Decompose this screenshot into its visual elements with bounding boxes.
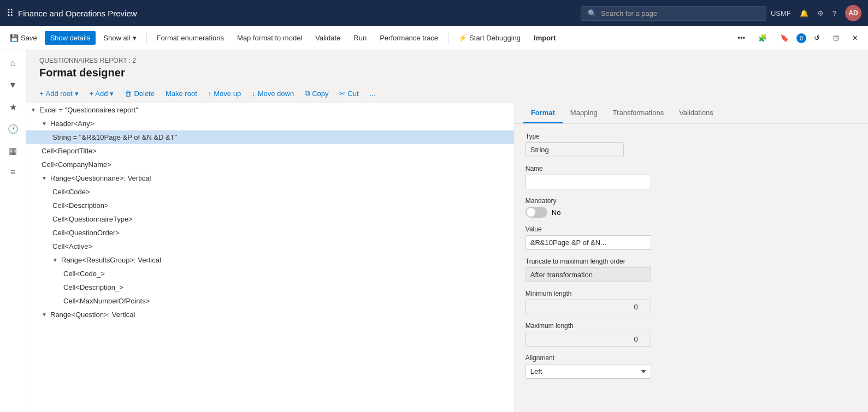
tree-item-label: Cell<Code>: [52, 188, 90, 196]
make-root-button[interactable]: Make root: [161, 87, 202, 100]
format-enumerations-button[interactable]: Format enumerations: [151, 31, 230, 45]
tree-item[interactable]: Cell<Code>: [26, 185, 514, 199]
copy-button[interactable]: ⧉ Copy: [300, 87, 333, 100]
tree-item-label: Range<Question>: Vertical: [50, 311, 135, 319]
min-length-input[interactable]: [525, 300, 651, 314]
action-bar: 💾 Save Show details Show all ▾ Format en…: [0, 26, 868, 50]
start-debugging-button[interactable]: ⚡ Start Debugging: [453, 31, 526, 45]
save-button[interactable]: 💾 Save: [4, 31, 43, 45]
mandatory-label: Mandatory: [525, 197, 857, 205]
max-length-input[interactable]: [525, 332, 651, 347]
collapse-icon[interactable]: ▼: [42, 121, 48, 127]
tree-item[interactable]: Cell<Active>: [26, 240, 514, 253]
search-input[interactable]: [601, 9, 759, 17]
tree-item[interactable]: Cell<CompanyName>: [26, 158, 514, 171]
value-input[interactable]: [525, 235, 651, 250]
collapse-icon[interactable]: ▼: [42, 312, 48, 318]
tree-item[interactable]: ▼ Range<ResultsGroup>: Vertical: [26, 253, 514, 267]
sidebar-grid-icon[interactable]: ▦: [4, 142, 22, 159]
left-sidebar: ⌂ ▼ ★ 🕐 ▦ ≡: [0, 50, 26, 412]
right-tabs: Format Mapping Transformations Validatio…: [515, 103, 868, 124]
tree-item-label: Excel = "Questionnaires report": [39, 106, 138, 114]
cut-button[interactable]: ✂ Cut: [335, 87, 363, 100]
tree-item-label: Cell<Code_>: [63, 270, 105, 278]
name-field: Name: [525, 165, 857, 189]
sidebar-clock-icon[interactable]: 🕐: [4, 120, 22, 138]
add-button[interactable]: + Add ▾: [85, 87, 119, 100]
tree-item-label: Cell<Description_>: [63, 283, 123, 291]
refresh-icon-button[interactable]: ↺: [808, 31, 825, 45]
badge: 0: [796, 33, 806, 43]
separator-1: [146, 33, 147, 44]
tree-item[interactable]: Cell<MaxNumberOfPoints>: [26, 294, 514, 308]
name-input[interactable]: [525, 175, 651, 189]
tab-transformations[interactable]: Transformations: [605, 103, 671, 123]
bell-icon[interactable]: 🔔: [800, 9, 808, 17]
collapse-icon[interactable]: ▼: [52, 257, 59, 263]
sidebar-star-icon[interactable]: ★: [4, 98, 22, 116]
collapse-icon[interactable]: ▼: [42, 175, 48, 181]
user-label: USMF: [771, 9, 791, 17]
tree-item[interactable]: Cell<Description>: [26, 199, 514, 212]
chevron-down-icon: ▾: [133, 34, 137, 42]
avatar[interactable]: AD: [845, 5, 861, 21]
help-icon[interactable]: ?: [832, 9, 836, 17]
tree-item[interactable]: Cell<ReportTitle>: [26, 144, 514, 158]
alignment-select[interactable]: Left Right Center: [525, 364, 651, 379]
tree-item[interactable]: Cell<QuestionnaireType>: [26, 212, 514, 226]
tab-validations[interactable]: Validations: [671, 103, 721, 123]
alignment-field: Alignment Left Right Center: [525, 354, 857, 379]
tree-item[interactable]: Cell<QuestionOrder>: [26, 226, 514, 240]
sidebar-filter-icon[interactable]: ▼: [4, 76, 22, 94]
gear-icon[interactable]: ⚙: [817, 9, 824, 17]
chevron-down-icon-2: ▾: [75, 89, 79, 98]
tab-format[interactable]: Format: [523, 103, 563, 123]
sidebar-list-icon[interactable]: ≡: [4, 164, 22, 181]
toolbar: + Add root ▾ + Add ▾ 🗑 Delete Make root …: [26, 83, 868, 103]
open-new-icon-button[interactable]: ⊡: [828, 31, 845, 45]
collapse-icon[interactable]: ▼: [31, 107, 37, 113]
add-root-button[interactable]: + Add root ▾: [35, 87, 83, 100]
mandatory-field: Mandatory No: [525, 197, 857, 218]
search-bar[interactable]: 🔍: [581, 6, 766, 21]
sidebar-home-icon[interactable]: ⌂: [4, 55, 22, 72]
tree-item[interactable]: Cell<Code_>: [26, 267, 514, 280]
run-button[interactable]: Run: [348, 31, 372, 45]
grid-icon[interactable]: ⠿: [7, 7, 14, 19]
tab-mapping[interactable]: Mapping: [563, 103, 605, 123]
tree-item[interactable]: Cell<Description_>: [26, 280, 514, 294]
close-button[interactable]: ✕: [847, 31, 864, 45]
more-toolbar-button[interactable]: ...: [365, 87, 380, 100]
map-format-to-model-button[interactable]: Map format to model: [232, 31, 308, 45]
show-all-button[interactable]: Show all ▾: [98, 31, 141, 45]
mandatory-value: No: [552, 208, 561, 217]
page-header: QUESTIONNAIRES REPORT : 2 Format designe…: [26, 50, 868, 83]
puzzle-icon-button[interactable]: 🧩: [753, 31, 772, 45]
tree-item[interactable]: ▼ Excel = "Questionnaires report": [26, 103, 514, 117]
trash-icon: 🗑: [125, 89, 132, 98]
move-down-button[interactable]: ↓ Move down: [247, 87, 298, 100]
tree-item-label: Cell<MaxNumberOfPoints>: [63, 297, 150, 305]
tree-item[interactable]: ▼ Range<Question>: Vertical: [26, 308, 514, 321]
tree-item[interactable]: ▼ Header<Any>: [26, 117, 514, 130]
tree-item-selected[interactable]: String = "&R&10Page &P of &N &D &T": [26, 130, 514, 144]
show-details-button[interactable]: Show details: [45, 31, 96, 45]
page-title: Format designer: [39, 67, 855, 79]
tree-item[interactable]: ▼ Range<Questionnaire>: Vertical: [26, 171, 514, 185]
content-area: ▼ Excel = "Questionnaires report" ▼ Head…: [26, 103, 868, 412]
import-button[interactable]: Import: [528, 31, 561, 45]
mandatory-toggle[interactable]: [525, 207, 547, 218]
validate-button[interactable]: Validate: [310, 31, 346, 45]
truncate-input: [525, 267, 651, 282]
performance-trace-button[interactable]: Performance trace: [374, 31, 444, 45]
bookmark-icon-button[interactable]: 🔖: [775, 31, 794, 45]
tree-item-label: Cell<QuestionOrder>: [52, 229, 120, 237]
more-actions-button[interactable]: •••: [732, 31, 751, 45]
delete-button[interactable]: 🗑 Delete: [120, 87, 159, 100]
type-input[interactable]: [525, 142, 624, 157]
type-field: Type: [525, 133, 857, 157]
tree-item-label: Cell<Active>: [52, 242, 92, 250]
max-length-label: Maximum length: [525, 322, 857, 330]
move-up-button[interactable]: ↑ Move up: [204, 87, 245, 100]
copy-icon: ⧉: [305, 89, 310, 98]
